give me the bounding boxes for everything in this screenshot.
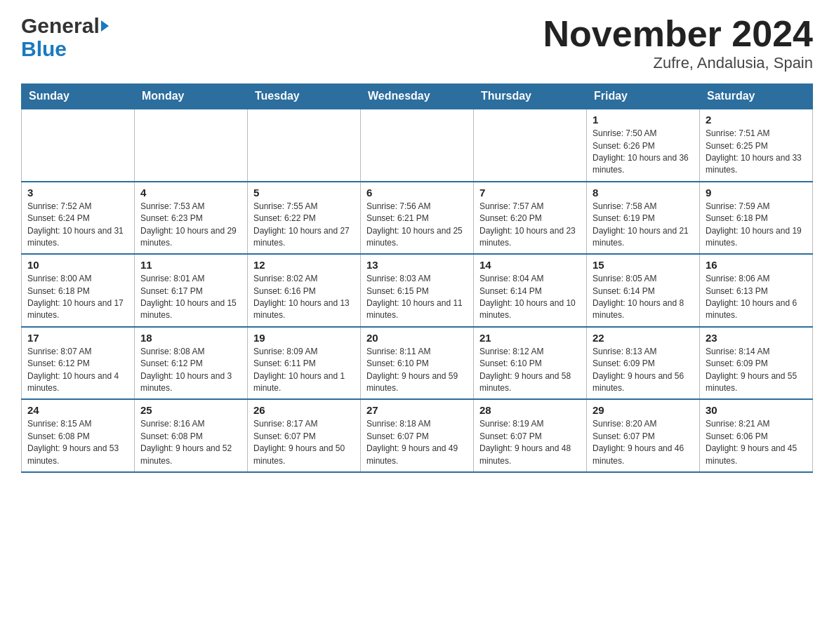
table-row: 20Sunrise: 8:11 AM Sunset: 6:10 PM Dayli…: [361, 327, 474, 400]
day-number: 15: [593, 259, 694, 271]
table-row: 21Sunrise: 8:12 AM Sunset: 6:10 PM Dayli…: [474, 327, 587, 400]
day-info: Sunrise: 7:53 AM Sunset: 6:23 PM Dayligh…: [140, 201, 241, 250]
header-monday: Monday: [135, 84, 248, 109]
day-number: 22: [593, 332, 694, 344]
table-row: 8Sunrise: 7:58 AM Sunset: 6:19 PM Daylig…: [587, 182, 700, 255]
day-info: Sunrise: 7:56 AM Sunset: 6:21 PM Dayligh…: [366, 201, 468, 250]
day-info: Sunrise: 7:51 AM Sunset: 6:25 PM Dayligh…: [706, 128, 807, 177]
header-saturday: Saturday: [700, 84, 813, 109]
table-row: 28Sunrise: 8:19 AM Sunset: 6:07 PM Dayli…: [474, 399, 587, 472]
day-info: Sunrise: 7:55 AM Sunset: 6:22 PM Dayligh…: [253, 201, 355, 250]
calendar-week-row: 1Sunrise: 7:50 AM Sunset: 6:26 PM Daylig…: [22, 109, 813, 182]
day-number: 27: [366, 404, 468, 416]
logo-blue: Blue: [21, 37, 67, 60]
calendar-subtitle: Zufre, Andalusia, Spain: [543, 54, 813, 72]
day-number: 11: [140, 259, 241, 271]
table-row: 2Sunrise: 7:51 AM Sunset: 6:25 PM Daylig…: [700, 109, 813, 182]
table-row: 9Sunrise: 7:59 AM Sunset: 6:18 PM Daylig…: [700, 182, 813, 255]
calendar-table: Sunday Monday Tuesday Wednesday Thursday…: [21, 83, 813, 473]
day-number: 25: [140, 404, 241, 416]
logo: General Blue: [21, 14, 109, 60]
day-number: 19: [253, 332, 355, 344]
table-row: 25Sunrise: 8:16 AM Sunset: 6:08 PM Dayli…: [135, 399, 248, 472]
table-row: [474, 109, 587, 182]
day-info: Sunrise: 8:11 AM Sunset: 6:10 PM Dayligh…: [366, 346, 468, 395]
calendar-title: November 2024: [543, 14, 813, 54]
day-info: Sunrise: 8:05 AM Sunset: 6:14 PM Dayligh…: [593, 273, 694, 322]
table-row: 18Sunrise: 8:08 AM Sunset: 6:12 PM Dayli…: [135, 327, 248, 400]
day-number: 2: [706, 114, 807, 126]
calendar-week-row: 10Sunrise: 8:00 AM Sunset: 6:18 PM Dayli…: [22, 254, 813, 327]
day-info: Sunrise: 8:14 AM Sunset: 6:09 PM Dayligh…: [706, 346, 807, 395]
calendar-week-row: 3Sunrise: 7:52 AM Sunset: 6:24 PM Daylig…: [22, 182, 813, 255]
header-friday: Friday: [587, 84, 700, 109]
day-info: Sunrise: 8:20 AM Sunset: 6:07 PM Dayligh…: [593, 418, 694, 467]
calendar-week-row: 24Sunrise: 8:15 AM Sunset: 6:08 PM Dayli…: [22, 399, 813, 472]
table-row: 16Sunrise: 8:06 AM Sunset: 6:13 PM Dayli…: [700, 254, 813, 327]
day-number: 18: [140, 332, 241, 344]
day-number: 4: [140, 187, 241, 199]
day-number: 21: [479, 332, 581, 344]
day-info: Sunrise: 8:02 AM Sunset: 6:16 PM Dayligh…: [253, 273, 355, 322]
day-info: Sunrise: 8:17 AM Sunset: 6:07 PM Dayligh…: [253, 418, 355, 467]
day-info: Sunrise: 8:16 AM Sunset: 6:08 PM Dayligh…: [140, 418, 241, 467]
day-number: 6: [366, 187, 468, 199]
calendar-body: 1Sunrise: 7:50 AM Sunset: 6:26 PM Daylig…: [22, 109, 813, 472]
day-number: 1: [593, 114, 694, 126]
table-row: 24Sunrise: 8:15 AM Sunset: 6:08 PM Dayli…: [22, 399, 135, 472]
day-info: Sunrise: 7:52 AM Sunset: 6:24 PM Dayligh…: [27, 201, 128, 250]
table-row: 14Sunrise: 8:04 AM Sunset: 6:14 PM Dayli…: [474, 254, 587, 327]
table-row: 11Sunrise: 8:01 AM Sunset: 6:17 PM Dayli…: [135, 254, 248, 327]
table-row: 12Sunrise: 8:02 AM Sunset: 6:16 PM Dayli…: [248, 254, 361, 327]
table-row: 13Sunrise: 8:03 AM Sunset: 6:15 PM Dayli…: [361, 254, 474, 327]
logo-triangle-icon: [101, 20, 109, 32]
day-number: 10: [27, 259, 128, 271]
table-row: 15Sunrise: 8:05 AM Sunset: 6:14 PM Dayli…: [587, 254, 700, 327]
day-number: 17: [27, 332, 128, 344]
table-row: 3Sunrise: 7:52 AM Sunset: 6:24 PM Daylig…: [22, 182, 135, 255]
day-info: Sunrise: 8:07 AM Sunset: 6:12 PM Dayligh…: [27, 346, 128, 395]
table-row: 19Sunrise: 8:09 AM Sunset: 6:11 PM Dayli…: [248, 327, 361, 400]
day-info: Sunrise: 7:58 AM Sunset: 6:19 PM Dayligh…: [593, 201, 694, 250]
day-info: Sunrise: 8:00 AM Sunset: 6:18 PM Dayligh…: [27, 273, 128, 322]
table-row: 23Sunrise: 8:14 AM Sunset: 6:09 PM Dayli…: [700, 327, 813, 400]
day-number: 28: [479, 404, 581, 416]
day-info: Sunrise: 7:59 AM Sunset: 6:18 PM Dayligh…: [706, 201, 807, 250]
table-row: 17Sunrise: 8:07 AM Sunset: 6:12 PM Dayli…: [22, 327, 135, 400]
calendar-week-row: 17Sunrise: 8:07 AM Sunset: 6:12 PM Dayli…: [22, 327, 813, 400]
header-sunday: Sunday: [22, 84, 135, 109]
day-number: 30: [706, 404, 807, 416]
day-info: Sunrise: 8:21 AM Sunset: 6:06 PM Dayligh…: [706, 418, 807, 467]
day-info: Sunrise: 8:13 AM Sunset: 6:09 PM Dayligh…: [593, 346, 694, 395]
table-row: 22Sunrise: 8:13 AM Sunset: 6:09 PM Dayli…: [587, 327, 700, 400]
day-number: 9: [706, 187, 807, 199]
day-info: Sunrise: 7:57 AM Sunset: 6:20 PM Dayligh…: [479, 201, 581, 250]
table-row: 30Sunrise: 8:21 AM Sunset: 6:06 PM Dayli…: [700, 399, 813, 472]
day-number: 20: [366, 332, 468, 344]
day-number: 12: [253, 259, 355, 271]
day-number: 13: [366, 259, 468, 271]
day-number: 3: [27, 187, 128, 199]
day-info: Sunrise: 7:50 AM Sunset: 6:26 PM Dayligh…: [593, 128, 694, 177]
day-number: 24: [27, 404, 128, 416]
day-number: 8: [593, 187, 694, 199]
day-number: 7: [479, 187, 581, 199]
table-row: 6Sunrise: 7:56 AM Sunset: 6:21 PM Daylig…: [361, 182, 474, 255]
table-row: [248, 109, 361, 182]
table-row: 5Sunrise: 7:55 AM Sunset: 6:22 PM Daylig…: [248, 182, 361, 255]
day-number: 14: [479, 259, 581, 271]
page-header: General Blue November 2024 Zufre, Andalu…: [21, 14, 813, 72]
day-info: Sunrise: 8:19 AM Sunset: 6:07 PM Dayligh…: [479, 418, 581, 467]
calendar-title-block: November 2024 Zufre, Andalusia, Spain: [543, 14, 813, 72]
day-number: 29: [593, 404, 694, 416]
table-row: 10Sunrise: 8:00 AM Sunset: 6:18 PM Dayli…: [22, 254, 135, 327]
day-info: Sunrise: 8:06 AM Sunset: 6:13 PM Dayligh…: [706, 273, 807, 322]
table-row: 7Sunrise: 7:57 AM Sunset: 6:20 PM Daylig…: [474, 182, 587, 255]
logo-general: General: [21, 14, 100, 37]
calendar-header-row: Sunday Monday Tuesday Wednesday Thursday…: [22, 84, 813, 109]
table-row: [361, 109, 474, 182]
header-wednesday: Wednesday: [361, 84, 474, 109]
day-info: Sunrise: 8:03 AM Sunset: 6:15 PM Dayligh…: [366, 273, 468, 322]
table-row: 26Sunrise: 8:17 AM Sunset: 6:07 PM Dayli…: [248, 399, 361, 472]
table-row: 1Sunrise: 7:50 AM Sunset: 6:26 PM Daylig…: [587, 109, 700, 182]
